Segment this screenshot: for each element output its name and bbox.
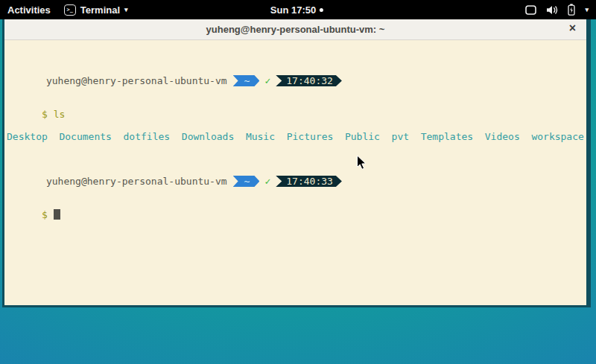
prompt-cwd: ~ [244, 176, 250, 187]
screen-icon [525, 5, 536, 15]
prompt-time-segment: 17:40:33 [276, 176, 342, 187]
app-menu-button[interactable]: >_ Terminal ▾ [64, 4, 128, 16]
terminal-app-icon: >_ [64, 4, 76, 16]
ls-output-line: Desktop Documents dotfiles Downloads Mus… [7, 131, 586, 142]
system-status-area[interactable]: ▾ [525, 0, 589, 19]
top-bar: Activities >_ Terminal ▾ Sun 17:50 [0, 0, 596, 19]
clock-label: Sun 17:50 [270, 4, 316, 16]
command-line: $ls [4, 98, 586, 109]
prompt-line-2: yuheng@henry-personal-ubuntu-vm~✓17:40:3… [4, 165, 586, 176]
system-menu-chevron-icon: ▾ [585, 7, 589, 13]
activities-button[interactable]: Activities [7, 4, 51, 16]
battery-charging-icon [568, 4, 575, 16]
volume-icon [546, 5, 558, 15]
prompt-user-host: yuheng@henry-personal-ubuntu-vm [46, 176, 227, 187]
close-button[interactable]: × [569, 22, 576, 34]
clock-button[interactable]: Sun 17:50 [270, 0, 323, 19]
notification-dot [320, 8, 323, 12]
prompt-line-1: yuheng@henry-personal-ubuntu-vm~✓17:40:3… [4, 64, 586, 75]
input-line: $ [4, 198, 586, 209]
prompt-time: 17:40:33 [286, 176, 333, 187]
status-ok-icon: ✓ [264, 75, 270, 86]
terminal-app-icon-glyph: >_ [67, 7, 73, 13]
prompt-symbol: $ [42, 109, 48, 120]
prompt-cwd-segment: ~ [233, 75, 260, 86]
app-menu-label: Terminal [80, 4, 120, 16]
window-titlebar[interactable]: yuheng@henry-personal-ubuntu-vm: ~ × [4, 19, 586, 40]
prompt-cwd-segment: ~ [233, 176, 260, 187]
status-ok-icon: ✓ [264, 176, 270, 187]
prompt-symbol: $ [42, 209, 48, 220]
terminal-content[interactable]: yuheng@henry-personal-ubuntu-vm~✓17:40:3… [4, 40, 586, 307]
command-text: ls [54, 109, 66, 120]
prompt-time: 17:40:32 [286, 75, 333, 86]
terminal-cursor [54, 209, 60, 220]
window-title: yuheng@henry-personal-ubuntu-vm: ~ [206, 24, 385, 35]
prompt-cwd: ~ [244, 75, 250, 86]
terminal-window: yuheng@henry-personal-ubuntu-vm: ~ × yuh… [2, 19, 591, 307]
chevron-down-icon: ▾ [124, 7, 128, 13]
prompt-user-host: yuheng@henry-personal-ubuntu-vm [46, 75, 227, 86]
prompt-time-segment: 17:40:32 [276, 75, 342, 86]
